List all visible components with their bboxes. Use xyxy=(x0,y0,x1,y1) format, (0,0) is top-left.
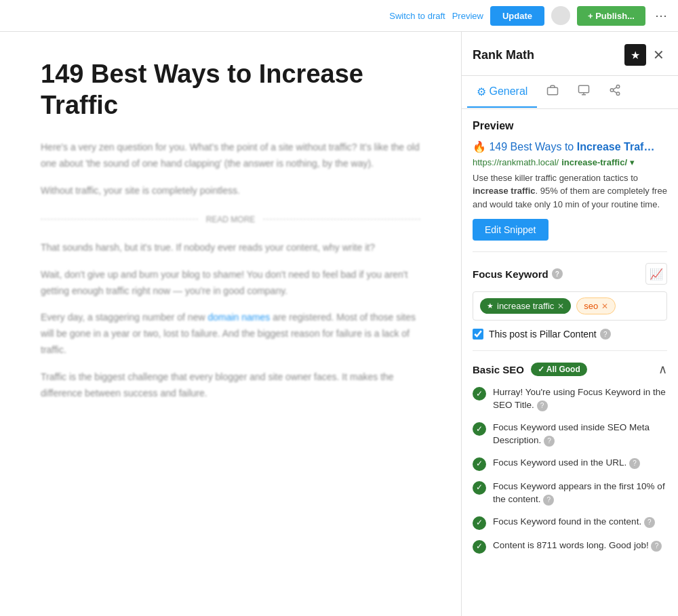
svg-rect-1 xyxy=(579,85,589,93)
keyword-tags-box: ★ increase traffic ✕ seo ✕ xyxy=(473,291,667,321)
check-icon-5: ✓ xyxy=(473,540,486,554)
preview-section: Preview 🔥 149 Best Ways to Increase Traf… xyxy=(473,120,667,241)
more-options-button[interactable]: ⋯ xyxy=(652,5,670,26)
seo-check-1: ✓ Focus Keyword used inside SEO Meta Des… xyxy=(473,422,667,447)
check-icon-3: ✓ xyxy=(473,481,486,495)
keyword-orange-remove[interactable]: ✕ xyxy=(601,302,608,311)
preview-title-bold: Increase Traf… xyxy=(577,141,655,152)
tab-social[interactable] xyxy=(537,76,568,108)
body-para-1: Here's a very zen question for you. What… xyxy=(41,140,420,172)
divider-2 xyxy=(473,350,667,351)
sidebar-header-actions: ★ ✕ xyxy=(624,44,667,66)
keyword-green-label: increase traffic xyxy=(497,301,554,311)
tab-schema[interactable] xyxy=(568,76,599,108)
svg-point-6 xyxy=(617,92,620,96)
preview-bold-keyword: increase traffic xyxy=(473,186,536,196)
seo-check-5: ✓ Content is 8711 words long. Good job! … xyxy=(473,539,667,554)
basic-seo-collapse-icon[interactable]: ∧ xyxy=(658,362,667,377)
body-para-3: That sounds harsh, but it's true. If nob… xyxy=(41,240,420,256)
preview-description: Use these killer traffic generation tact… xyxy=(473,171,667,211)
fire-emoji: 🔥 xyxy=(473,141,486,152)
update-button[interactable]: Update xyxy=(490,6,544,26)
post-body: Here's a very zen question for you. What… xyxy=(41,140,420,401)
svg-line-7 xyxy=(614,91,617,93)
check-icon-1: ✓ xyxy=(473,422,486,436)
switch-to-draft-link[interactable]: Switch to draft xyxy=(389,11,445,21)
check-help-4[interactable]: ? xyxy=(644,517,655,528)
keyword-orange-label: seo xyxy=(584,301,598,311)
post-title: 149 Best Ways to Increase Traffic xyxy=(41,59,420,121)
check-help-1[interactable]: ? xyxy=(544,436,555,447)
preview-section-title: Preview xyxy=(473,120,667,132)
basic-seo-header: Basic SEO ✓ All Good ∧ xyxy=(473,362,667,377)
publish-label: + Publish... xyxy=(588,11,635,21)
check-icon-2: ✓ xyxy=(473,457,486,471)
seo-check-text-4: Focus Keyword found in the content. ? xyxy=(493,516,667,529)
check-help-3[interactable]: ? xyxy=(543,495,554,506)
screen-icon xyxy=(578,84,590,99)
user-avatar[interactable] xyxy=(551,6,570,25)
focus-keyword-header: Focus Keyword ? 📈 xyxy=(473,263,667,285)
seo-check-2: ✓ Focus Keyword used in the URL. ? xyxy=(473,457,667,471)
tab-general-label: General xyxy=(489,85,527,98)
sidebar-body: Preview 🔥 149 Best Ways to Increase Traf… xyxy=(462,109,678,616)
basic-seo-section: Basic SEO ✓ All Good ∧ ✓ Hurray! You're … xyxy=(473,362,667,553)
body-para-6: Traffic is the biggest challenge that ev… xyxy=(41,369,420,402)
svg-point-4 xyxy=(617,85,620,89)
seo-check-3: ✓ Focus Keyword appears in the first 10%… xyxy=(473,480,667,506)
divider-1 xyxy=(473,251,667,252)
seo-check-text-3: Focus Keyword appears in the first 10% o… xyxy=(493,480,667,506)
share-icon xyxy=(609,84,621,99)
keyword-tag-orange: seo ✕ xyxy=(576,297,616,314)
main-layout: 149 Best Ways to Increase Traffic Here's… xyxy=(0,32,678,616)
preview-post-title: 🔥 149 Best Ways to Increase Traf… xyxy=(473,140,667,155)
basic-seo-label: Basic SEO xyxy=(473,364,524,375)
read-more-label: READ MORE xyxy=(206,213,256,226)
gear-icon: ⚙ xyxy=(477,85,486,98)
check-help-5[interactable]: ? xyxy=(651,541,662,552)
body-para-5: Every day, a staggering number of new do… xyxy=(41,310,420,358)
preview-url-bold: increase-traffic/ xyxy=(561,157,627,167)
preview-url: https://rankmath.local/increase-traffic/… xyxy=(473,157,667,167)
svg-rect-0 xyxy=(548,87,558,95)
read-more-divider: READ MORE xyxy=(41,213,420,226)
preview-link[interactable]: Preview xyxy=(452,11,483,21)
pillar-help-icon[interactable]: ? xyxy=(600,329,611,340)
keyword-green-remove[interactable]: ✕ xyxy=(557,302,564,311)
check-help-0[interactable]: ? xyxy=(537,401,548,411)
domain-names-link[interactable]: domain names xyxy=(207,312,270,323)
suitcase-icon xyxy=(546,84,559,99)
check-help-2[interactable]: ? xyxy=(629,458,640,469)
sidebar-title: Rank Math xyxy=(473,48,534,62)
sidebar: Rank Math ★ ✕ ⚙ General xyxy=(461,32,678,616)
preview-url-base: https://rankmath.local/ xyxy=(473,157,559,167)
seo-check-text-5: Content is 8711 words long. Good job! ? xyxy=(493,539,667,552)
top-toolbar: Switch to draft Preview Update + Publish… xyxy=(0,0,678,32)
sidebar-tabs: ⚙ General xyxy=(462,76,678,109)
body-para-4: Wait, don't give up and burn your blog t… xyxy=(41,267,420,300)
seo-check-0: ✓ Hurray! You're using Focus Keyword in … xyxy=(473,386,667,412)
star-button[interactable]: ★ xyxy=(624,44,646,66)
tab-advanced[interactable] xyxy=(599,76,631,108)
close-sidebar-button[interactable]: ✕ xyxy=(650,44,667,66)
pillar-checkbox[interactable] xyxy=(473,329,483,340)
body-para-2: Without traffic, your site is completely… xyxy=(41,183,420,199)
tab-general[interactable]: ⚙ General xyxy=(467,77,537,108)
focus-keyword-label: Focus Keyword ? xyxy=(473,268,563,280)
focus-keyword-help-icon[interactable]: ? xyxy=(552,268,563,279)
keyword-tag-green: ★ increase traffic ✕ xyxy=(480,298,571,314)
check-icon-0: ✓ xyxy=(473,387,486,401)
trend-icon-button[interactable]: 📈 xyxy=(645,263,667,285)
check-icon-4: ✓ xyxy=(473,516,486,530)
basic-seo-left: Basic SEO ✓ All Good xyxy=(473,363,587,376)
svg-point-5 xyxy=(611,89,614,92)
seo-checks-list: ✓ Hurray! You're using Focus Keyword in … xyxy=(473,386,667,553)
url-dropdown-arrow[interactable]: ▾ xyxy=(630,157,635,167)
seo-check-4: ✓ Focus Keyword found in the content. ? xyxy=(473,516,667,530)
focus-keyword-section: Focus Keyword ? 📈 ★ increase traffic ✕ s… xyxy=(473,263,667,321)
publish-button[interactable]: + Publish... xyxy=(577,6,645,26)
star-icon: ★ xyxy=(487,302,494,310)
seo-check-text-2: Focus Keyword used in the URL. ? xyxy=(493,457,667,470)
edit-snippet-button[interactable]: Edit Snippet xyxy=(473,219,549,241)
sidebar-header: Rank Math ★ ✕ xyxy=(462,32,678,76)
